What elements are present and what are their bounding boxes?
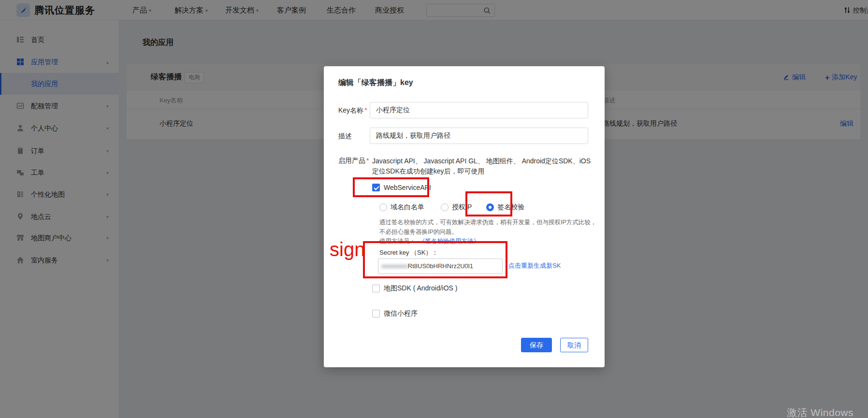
- required-asterisk: *: [366, 157, 369, 164]
- secret-key-label: Secret key （SK）：: [379, 248, 438, 257]
- required-asterisk: *: [364, 106, 367, 114]
- desc-input[interactable]: [370, 128, 588, 144]
- modal-title: 编辑「绿客播播」key: [338, 78, 413, 88]
- radio-unselected-icon[interactable]: [441, 203, 448, 211]
- secret-key-input[interactable]: ●●●●●●●●Rt8US0bHRHNrz2U0l1: [378, 259, 503, 274]
- checkbox-checked-icon[interactable]: [372, 184, 380, 191]
- radio-selected-icon[interactable]: [486, 203, 494, 211]
- checkbox-unchecked-icon[interactable]: [372, 310, 380, 317]
- checkbox-unchecked-icon[interactable]: [372, 285, 380, 292]
- webservice-checkbox-row[interactable]: WebServiceAPI: [372, 184, 431, 191]
- annotation-sign-text: sign: [330, 239, 365, 260]
- key-name-input[interactable]: [370, 102, 588, 118]
- secret-key-visible: Rt8US0bHRHNrz2U0l1: [408, 262, 473, 270]
- wechat-mini-checkbox-row[interactable]: 微信小程序: [372, 309, 418, 318]
- desc-label: 描述: [338, 132, 352, 141]
- cancel-button[interactable]: 取消: [560, 338, 588, 352]
- radio-authorized-ip[interactable]: 授权IP: [441, 203, 472, 212]
- radio-unselected-icon[interactable]: [379, 203, 387, 211]
- products-label: 启用产品*: [338, 157, 369, 165]
- usage-line: 使用方法见： 《签名校验使用方法》: [379, 237, 479, 245]
- map-sdk-checkbox-row[interactable]: 地图SDK ( Android/iOS ): [372, 284, 458, 293]
- save-button[interactable]: 保存: [521, 338, 552, 352]
- products-description: Javascript API、 Javascript API GL、 地图组件、…: [372, 156, 593, 176]
- regenerate-sk-link[interactable]: 点击重新生成新SK: [508, 261, 561, 270]
- key-name-label: Key名称*: [338, 106, 367, 115]
- radio-domain-whitelist[interactable]: 域名白名单: [379, 203, 424, 212]
- radio-signature-verify[interactable]: 签名校验: [486, 203, 524, 212]
- signature-description: 通过签名校验的方式，可有效解决请求伪造，稍有开发量，但与授权IP方式比较， 不必…: [379, 217, 598, 237]
- edit-key-modal: 编辑「绿客播播」key Key名称* 描述 启用产品* Javascript A…: [324, 66, 605, 367]
- auth-method-radios: 域名白名单 授权IP 签名校验: [379, 203, 524, 212]
- secret-key-masked: ●●●●●●●●: [381, 262, 408, 270]
- usage-method-link[interactable]: 《签名校验使用方法》: [419, 238, 479, 245]
